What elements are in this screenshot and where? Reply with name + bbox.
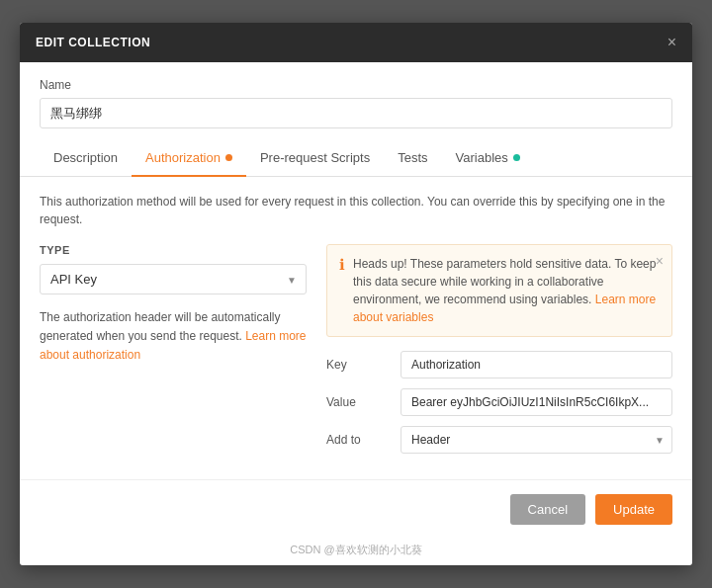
type-label: TYPE (40, 244, 307, 256)
authorization-dot (225, 154, 232, 161)
type-select[interactable]: No Auth API Key Bearer Token Basic Auth … (40, 264, 307, 294)
tab-description[interactable]: Description (40, 140, 132, 177)
tab-pre-request-scripts-label: Pre-request Scripts (260, 150, 370, 165)
alert-text: Heads up! These parameters hold sensitiv… (353, 255, 660, 326)
key-label: Key (326, 358, 391, 372)
tab-pre-request-scripts[interactable]: Pre-request Scripts (246, 140, 384, 177)
update-button[interactable]: Update (595, 494, 672, 525)
watermark: CSDN @喜欢软测的小北葵 (20, 539, 692, 565)
tab-description-label: Description (53, 150, 118, 165)
tab-variables-label: Variables (456, 150, 508, 165)
tabs-bar: Description Authorization Pre-request Sc… (20, 140, 692, 177)
auth-description: The authorization header will be automat… (40, 308, 307, 366)
type-select-wrapper: No Auth API Key Bearer Token Basic Auth … (40, 264, 307, 294)
two-col-layout: TYPE No Auth API Key Bearer Token Basic … (40, 244, 672, 463)
content-area: This authorization method will be used f… (20, 177, 692, 479)
modal-header: EDIT COLLECTION × (20, 23, 692, 62)
auth-desc-text: The authorization header will be automat… (40, 310, 280, 343)
add-to-label: Add to (326, 433, 391, 447)
add-to-select[interactable]: Header Query Params (400, 426, 672, 454)
alert-icon: ℹ (339, 256, 345, 274)
alert-box: ℹ Heads up! These parameters hold sensit… (326, 244, 672, 337)
learn-more-variables-link[interactable]: Learn more about variables (353, 293, 656, 324)
modal-footer: Cancel Update (20, 479, 692, 539)
edit-collection-modal: EDIT COLLECTION × Name Description Autho… (20, 23, 692, 565)
name-section: Name (20, 62, 692, 140)
collection-name-input[interactable] (40, 98, 672, 128)
tab-authorization[interactable]: Authorization (132, 140, 246, 177)
variables-dot (513, 154, 520, 161)
modal-title: EDIT COLLECTION (36, 36, 150, 49)
add-to-select-wrapper: Header Query Params ▼ (400, 426, 672, 454)
value-row: Value (326, 388, 672, 416)
tab-variables[interactable]: Variables (442, 140, 534, 177)
right-column: ℹ Heads up! These parameters hold sensit… (326, 244, 672, 463)
add-to-row: Add to Header Query Params ▼ (326, 426, 672, 454)
close-button[interactable]: × (668, 35, 676, 50)
alert-close-button[interactable]: × (656, 253, 664, 269)
key-row: Key (326, 351, 672, 378)
modal-overlay: EDIT COLLECTION × Name Description Autho… (0, 0, 712, 588)
value-input[interactable] (400, 388, 672, 416)
tab-tests[interactable]: Tests (384, 140, 441, 177)
tab-tests-label: Tests (398, 150, 427, 165)
cancel-button[interactable]: Cancel (510, 494, 585, 525)
info-text: This authorization method will be used f… (40, 193, 672, 228)
modal-body: Name Description Authorization Pre-reque… (20, 62, 692, 565)
value-label: Value (326, 395, 391, 409)
name-label: Name (40, 78, 672, 92)
left-column: TYPE No Auth API Key Bearer Token Basic … (40, 244, 307, 463)
key-input[interactable] (400, 351, 672, 378)
tab-authorization-label: Authorization (145, 150, 221, 165)
